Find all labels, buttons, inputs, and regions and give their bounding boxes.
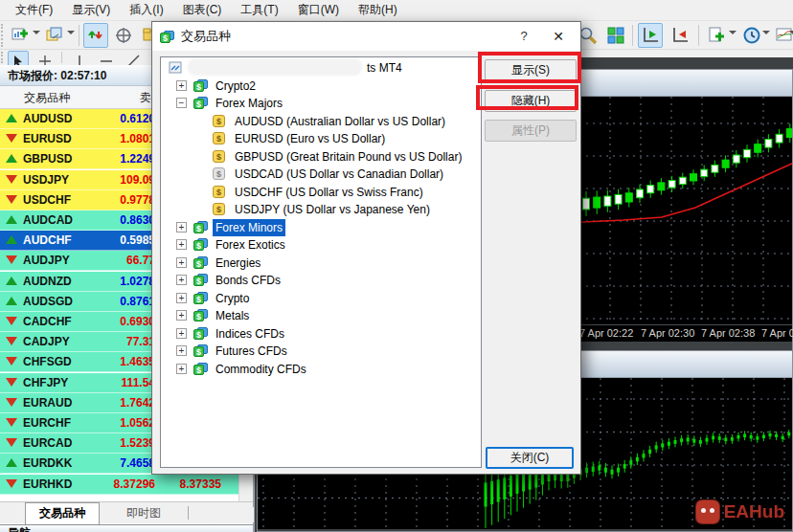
tree-group-label[interactable]: Energies [213,255,263,272]
tree-group-label[interactable]: Forex Exotics [213,236,288,254]
tree-symbol-node[interactable]: $USDCAD (US Dollar vs Canadian Dollar) [161,166,477,183]
profiles-icon[interactable] [42,23,67,48]
collapse-icon[interactable]: − [176,98,187,108]
tree-group-node[interactable]: +$Bonds CFDs [161,272,477,289]
tree-symbol-node[interactable]: $EURUSD (Euro vs US Dollar) [161,130,477,147]
menu-item[interactable]: 工具(T) [231,0,287,21]
tab-symbols[interactable]: 交易品种 [25,502,100,524]
tree-group-label[interactable]: Forex Minors [213,219,285,236]
new-order-icon[interactable] [704,23,729,48]
expand-icon[interactable]: + [176,257,187,268]
menu-item[interactable]: 显示(V) [62,0,120,21]
bid-price: 1.5239 [120,433,155,454]
chart-shift-icon[interactable] [668,23,692,48]
tree-group-label[interactable]: Metals [213,307,252,324]
symbol-name: AUDSGD [23,292,73,312]
symbol-name: EURDKK [23,454,72,474]
symbol-name: EURCHF [23,413,71,433]
templates-icon[interactable] [772,23,793,48]
expand-icon[interactable]: + [176,293,187,303]
expand-icon[interactable]: + [176,222,187,233]
eahub-watermark-text: EAHub [724,501,784,522]
symbol-enabled-icon: $ [213,150,225,163]
down-arrow-icon [6,378,17,387]
symbol-group-icon: $ [193,292,209,304]
properties-button[interactable]: 属性(P) [485,120,577,142]
tree-group-node[interactable]: +$Metals [161,307,477,324]
symbol-group-icon: $ [193,221,209,233]
symbol-name: EURHKD [23,475,72,495]
menu-item[interactable]: 文件(F) [6,0,62,21]
tab-tick-chart[interactable]: 即时图 [113,503,174,523]
symbol-group-icon: $ [193,274,209,286]
close-button[interactable]: 关闭(C) [486,447,574,469]
bid-price: 1.2249 [120,149,155,169]
toolbar-separator [61,52,62,63]
tree-group-label[interactable]: Futures CFDs [213,343,290,360]
new-chart-icon[interactable] [8,23,33,48]
symbol-name: GBPUSD [23,149,72,169]
symbol-group-icon: $ [193,327,209,340]
tree-symbol-node[interactable]: $USDJPY (US Dollar vs Japanese Yen) [161,201,477,218]
toolbar-grip[interactable] [1,24,5,47]
new-order-dropdown-caret[interactable] [729,31,736,34]
new-chart-dropdown-caret[interactable] [33,31,40,34]
profiles-dropdown-caret[interactable] [67,31,75,34]
autoscroll-icon[interactable] [638,23,663,48]
templates-dropdown-caret[interactable] [789,31,793,34]
up-arrow-icon [6,114,17,122]
tree-root-node[interactable]: ts MT4 [161,59,477,77]
expand-icon[interactable]: + [176,275,187,285]
tree-group-label[interactable]: Bonds CFDs [213,272,283,289]
column-header-symbol[interactable]: 交易品种 [24,90,70,106]
menu-item[interactable]: 插入(I) [120,0,172,21]
tree-symbol-node[interactable]: $GBPUSD (Great Britain Pound vs US Dolla… [161,148,477,166]
tree-group-node[interactable]: +$Crypto2 [161,78,477,95]
data-window-icon[interactable] [111,23,136,48]
tree-group-node[interactable]: +$Energies [161,255,477,272]
tree-group-label[interactable]: Indices CFDs [213,325,287,343]
expand-icon[interactable]: + [176,328,187,339]
tree-group-node[interactable]: +$Forex Exotics [161,236,477,254]
bid-price: 8.37296 [114,475,155,495]
down-arrow-icon [6,438,17,447]
expand-icon[interactable]: + [176,310,187,321]
expand-icon[interactable]: + [176,345,187,356]
tree-group-node[interactable]: +$Futures CFDs [161,343,477,360]
tree-group-label[interactable]: Commodity CFDs [213,361,309,378]
periods-clock-icon[interactable] [739,23,764,48]
tree-group-node[interactable]: +$Indices CFDs [161,325,477,343]
symbol-name: EURCAD [23,433,72,454]
tree-group-label[interactable]: Crypto [213,290,252,307]
dialog-close-icon[interactable]: ✕ [544,26,573,47]
tree-group-node[interactable]: −$Forex Majors [161,95,477,112]
menu-item[interactable]: 窗口(W) [288,0,349,21]
up-arrow-icon [6,277,17,285]
down-arrow-icon [6,255,17,264]
tree-group-label[interactable]: Crypto2 [213,78,259,95]
menu-item[interactable]: 图表(C) [173,0,232,21]
tile-windows-icon[interactable] [603,23,628,48]
expand-icon[interactable]: + [176,239,187,250]
toolbar-grip[interactable] [1,52,5,63]
redacted-blur [188,58,362,76]
tree-group-label[interactable]: Forex Majors [213,95,285,112]
symbol-name: AUDCAD [23,211,73,231]
symbol-enabled-icon: $ [213,132,225,144]
symbol-name: CADJPY [23,332,70,352]
dialog-help-button[interactable]: ? [511,26,536,47]
tree-group-node[interactable]: +$Forex Minors [161,219,477,236]
tree-group-node[interactable]: +$Commodity CFDs [161,361,477,378]
menu-item[interactable]: 帮助(H) [349,0,407,21]
tree-group-node[interactable]: +$Crypto [161,290,477,307]
expand-icon[interactable]: + [176,364,187,374]
periods-dropdown-caret[interactable] [762,31,770,34]
tree-symbol-node[interactable]: $AUDUSD (Australian Dollar vs US Dollar) [161,113,477,130]
market-watch-row[interactable]: EURHKD8.372968.37335 [0,475,253,495]
dialog-title: 交易品种 [181,28,231,45]
tree-symbol-node[interactable]: $USDCHF (US Dollar vs Swiss Franc) [161,184,477,201]
market-watch-icon[interactable] [83,23,108,48]
bid-price: 1.0562 [120,413,155,433]
expand-icon[interactable]: + [176,80,187,91]
symbol-group-icon: $ [193,363,209,375]
